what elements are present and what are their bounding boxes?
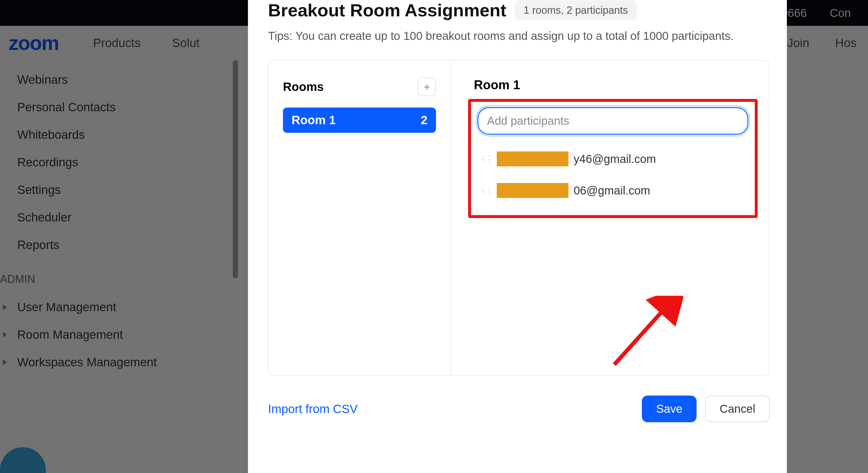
sidebar-item-reports[interactable]: Reports bbox=[0, 231, 238, 259]
participant-email-suffix: 06@gmail.com bbox=[574, 184, 650, 197]
drag-handle-icon[interactable]: ⋮⋮ bbox=[479, 186, 492, 195]
save-button[interactable]: Save bbox=[642, 395, 696, 422]
room-participant-count: 2 bbox=[421, 113, 427, 127]
participant-row[interactable]: ⋮⋮ y46@gmail.com bbox=[477, 151, 748, 166]
settings-sidebar: Webinars Personal Contacts Whiteboards R… bbox=[0, 60, 238, 473]
sidebar-item-webinars[interactable]: Webinars bbox=[0, 66, 238, 93]
drag-handle-icon[interactable]: ⋮⋮ bbox=[479, 154, 492, 164]
annotation-highlight: ⋮⋮ y46@gmail.com ⋮⋮ 06@gmail.com bbox=[468, 99, 757, 218]
breakout-room-modal: Breakout Room Assignment 1 rooms, 2 part… bbox=[248, 0, 787, 473]
participant-email-suffix: y46@gmail.com bbox=[574, 153, 656, 166]
topbar-contact: Con bbox=[830, 7, 851, 20]
sidebar-item-recordings[interactable]: Recordings bbox=[0, 149, 238, 176]
zoom-logo[interactable]: zoom bbox=[9, 32, 59, 55]
sidebar-item-user-management[interactable]: User Management bbox=[0, 293, 238, 321]
breakout-panel: Rooms + Room 1 2 Room 1 ⋮⋮ y46@gmail.com bbox=[268, 60, 770, 376]
participant-row[interactable]: ⋮⋮ 06@gmail.com bbox=[477, 183, 748, 198]
room-list-item[interactable]: Room 1 2 bbox=[283, 108, 436, 133]
selected-room-title: Room 1 bbox=[468, 78, 757, 92]
room-name: Room 1 bbox=[291, 113, 336, 127]
nav-host[interactable]: Hos bbox=[835, 36, 857, 50]
modal-tips: Tips: You can create up to 100 breakout … bbox=[268, 28, 755, 44]
sidebar-item-personal-contacts[interactable]: Personal Contacts bbox=[0, 93, 238, 121]
nav-products[interactable]: Products bbox=[93, 36, 141, 50]
modal-title: Breakout Room Assignment bbox=[268, 0, 506, 20]
help-bubble-icon[interactable] bbox=[0, 447, 46, 473]
redacted-block bbox=[497, 183, 568, 198]
nav-join[interactable]: Join bbox=[787, 36, 809, 50]
sidebar-scrollbar[interactable] bbox=[233, 60, 238, 278]
sidebar-item-settings[interactable]: Settings bbox=[0, 176, 238, 204]
plus-icon: + bbox=[424, 81, 430, 93]
sidebar-admin-header: ADMIN bbox=[0, 259, 238, 293]
add-participants-input[interactable] bbox=[477, 107, 748, 135]
add-room-button[interactable]: + bbox=[418, 78, 436, 96]
cancel-button[interactable]: Cancel bbox=[705, 395, 770, 422]
sidebar-item-room-management[interactable]: Room Management bbox=[0, 321, 238, 349]
nav-solutions[interactable]: Solut bbox=[172, 36, 200, 50]
sidebar-item-workspaces-management[interactable]: Workspaces Management bbox=[0, 349, 238, 376]
sidebar-item-whiteboards[interactable]: Whiteboards bbox=[0, 121, 238, 149]
rooms-header: Rooms bbox=[283, 80, 323, 94]
room-summary-badge: 1 rooms, 2 participants bbox=[515, 0, 637, 20]
participants-column: Room 1 ⋮⋮ y46@gmail.com ⋮⋮ 06@gmail.com bbox=[451, 61, 769, 375]
rooms-column: Rooms + Room 1 2 bbox=[269, 61, 451, 375]
sidebar-item-scheduler[interactable]: Scheduler bbox=[0, 204, 238, 231]
annotation-arrow-icon bbox=[609, 296, 683, 370]
svg-line-1 bbox=[614, 307, 666, 364]
import-csv-link[interactable]: Import from CSV bbox=[268, 402, 358, 416]
redacted-block bbox=[497, 151, 568, 166]
